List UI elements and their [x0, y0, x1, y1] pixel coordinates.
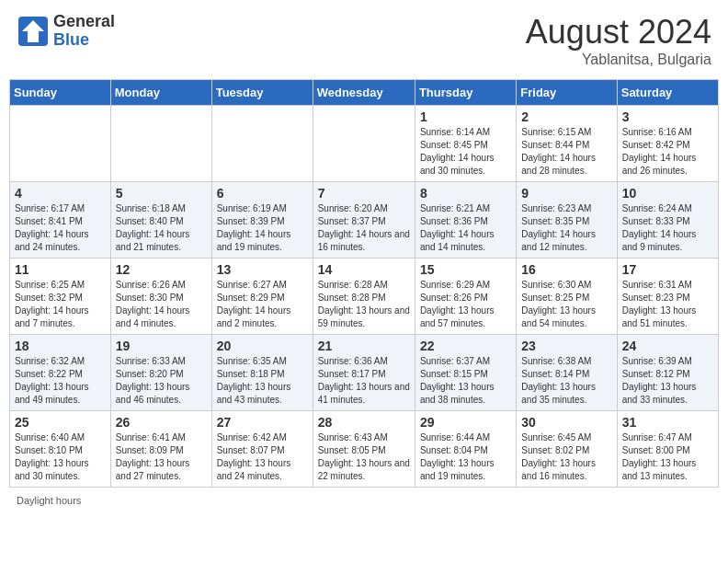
- table-cell: 2Sunrise: 6:15 AM Sunset: 8:44 PM Daylig…: [517, 106, 617, 182]
- day-info: Sunrise: 6:44 AM Sunset: 8:04 PM Dayligh…: [420, 431, 511, 483]
- table-cell: 4Sunrise: 6:17 AM Sunset: 8:41 PM Daylig…: [10, 182, 111, 259]
- table-cell: 10Sunrise: 6:24 AM Sunset: 8:33 PM Dayli…: [617, 182, 718, 259]
- day-info: Sunrise: 6:43 AM Sunset: 8:05 PM Dayligh…: [318, 431, 410, 483]
- table-cell: 1Sunrise: 6:14 AM Sunset: 8:45 PM Daylig…: [415, 106, 516, 182]
- day-info: Sunrise: 6:15 AM Sunset: 8:44 PM Dayligh…: [521, 126, 611, 178]
- day-info: Sunrise: 6:39 AM Sunset: 8:12 PM Dayligh…: [622, 355, 713, 407]
- day-info: Sunrise: 6:29 AM Sunset: 8:26 PM Dayligh…: [420, 279, 511, 330]
- table-cell: 15Sunrise: 6:29 AM Sunset: 8:26 PM Dayli…: [415, 259, 516, 335]
- table-cell: 25Sunrise: 6:40 AM Sunset: 8:10 PM Dayli…: [10, 411, 111, 488]
- table-cell: 23Sunrise: 6:38 AM Sunset: 8:14 PM Dayli…: [517, 335, 617, 411]
- table-cell: [10, 106, 111, 182]
- table-cell: 18Sunrise: 6:32 AM Sunset: 8:22 PM Dayli…: [10, 335, 111, 411]
- table-cell: 13Sunrise: 6:27 AM Sunset: 8:29 PM Dayli…: [211, 259, 313, 335]
- day-number: 14: [318, 262, 410, 277]
- daylight-label: Daylight hours: [17, 495, 81, 506]
- day-info: Sunrise: 6:18 AM Sunset: 8:40 PM Dayligh…: [116, 202, 207, 254]
- logo-icon: [17, 15, 50, 48]
- table-cell: 24Sunrise: 6:39 AM Sunset: 8:12 PM Dayli…: [617, 335, 718, 411]
- table-cell: 26Sunrise: 6:41 AM Sunset: 8:09 PM Dayli…: [110, 411, 211, 488]
- day-number: 20: [217, 339, 308, 353]
- day-info: Sunrise: 6:40 AM Sunset: 8:10 PM Dayligh…: [15, 431, 106, 483]
- table-cell: 22Sunrise: 6:37 AM Sunset: 8:15 PM Dayli…: [415, 335, 516, 411]
- day-info: Sunrise: 6:33 AM Sunset: 8:20 PM Dayligh…: [116, 355, 207, 407]
- calendar-week-4: 18Sunrise: 6:32 AM Sunset: 8:22 PM Dayli…: [10, 335, 719, 411]
- table-cell: 29Sunrise: 6:44 AM Sunset: 8:04 PM Dayli…: [415, 411, 516, 488]
- title-block: August 2024 Yablanitsa, Bulgaria: [526, 13, 711, 68]
- table-cell: 31Sunrise: 6:47 AM Sunset: 8:00 PM Dayli…: [617, 411, 718, 488]
- day-number: 11: [15, 262, 106, 277]
- day-number: 26: [116, 415, 207, 430]
- table-cell: 30Sunrise: 6:45 AM Sunset: 8:02 PM Dayli…: [517, 411, 617, 488]
- day-info: Sunrise: 6:32 AM Sunset: 8:22 PM Dayligh…: [15, 355, 106, 407]
- day-number: 12: [116, 262, 207, 277]
- col-tuesday: Tuesday: [211, 80, 313, 106]
- day-number: 18: [15, 339, 106, 353]
- location: Yablanitsa, Bulgaria: [526, 52, 711, 68]
- col-monday: Monday: [110, 80, 211, 106]
- day-number: 22: [420, 339, 511, 353]
- logo-general: General: [53, 13, 115, 31]
- day-info: Sunrise: 6:21 AM Sunset: 8:36 PM Dayligh…: [420, 202, 511, 254]
- day-info: Sunrise: 6:35 AM Sunset: 8:18 PM Dayligh…: [217, 355, 308, 407]
- day-number: 10: [622, 186, 713, 201]
- month-year: August 2024: [526, 13, 711, 52]
- page-header: General Blue August 2024 Yablanitsa, Bul…: [9, 9, 719, 72]
- day-number: 29: [420, 415, 511, 430]
- calendar-week-2: 4Sunrise: 6:17 AM Sunset: 8:41 PM Daylig…: [10, 182, 719, 259]
- day-info: Sunrise: 6:19 AM Sunset: 8:39 PM Dayligh…: [217, 202, 308, 254]
- day-info: Sunrise: 6:36 AM Sunset: 8:17 PM Dayligh…: [318, 355, 410, 407]
- col-friday: Friday: [517, 80, 617, 106]
- day-number: 21: [318, 339, 410, 353]
- table-cell: [211, 106, 313, 182]
- table-cell: 28Sunrise: 6:43 AM Sunset: 8:05 PM Dayli…: [313, 411, 415, 488]
- table-cell: [313, 106, 415, 182]
- day-info: Sunrise: 6:20 AM Sunset: 8:37 PM Dayligh…: [318, 202, 410, 254]
- day-info: Sunrise: 6:47 AM Sunset: 8:00 PM Dayligh…: [622, 431, 713, 483]
- col-sunday: Sunday: [10, 80, 111, 106]
- day-number: 28: [318, 415, 410, 430]
- day-number: 23: [521, 339, 611, 353]
- day-number: 8: [420, 186, 511, 201]
- day-number: 17: [622, 262, 713, 277]
- calendar-week-5: 25Sunrise: 6:40 AM Sunset: 8:10 PM Dayli…: [10, 411, 719, 488]
- table-cell: 20Sunrise: 6:35 AM Sunset: 8:18 PM Dayli…: [211, 335, 313, 411]
- table-cell: 19Sunrise: 6:33 AM Sunset: 8:20 PM Dayli…: [110, 335, 211, 411]
- table-cell: 7Sunrise: 6:20 AM Sunset: 8:37 PM Daylig…: [313, 182, 415, 259]
- day-info: Sunrise: 6:25 AM Sunset: 8:32 PM Dayligh…: [15, 279, 106, 330]
- logo-blue: Blue: [53, 31, 115, 50]
- table-cell: 8Sunrise: 6:21 AM Sunset: 8:36 PM Daylig…: [415, 182, 516, 259]
- table-cell: 5Sunrise: 6:18 AM Sunset: 8:40 PM Daylig…: [110, 182, 211, 259]
- calendar-header-row: Sunday Monday Tuesday Wednesday Thursday…: [10, 80, 719, 106]
- day-info: Sunrise: 6:26 AM Sunset: 8:30 PM Dayligh…: [116, 279, 207, 330]
- day-info: Sunrise: 6:16 AM Sunset: 8:42 PM Dayligh…: [622, 126, 713, 178]
- day-number: 31: [622, 415, 713, 430]
- table-cell: 3Sunrise: 6:16 AM Sunset: 8:42 PM Daylig…: [617, 106, 718, 182]
- calendar-week-1: 1Sunrise: 6:14 AM Sunset: 8:45 PM Daylig…: [10, 106, 719, 182]
- day-info: Sunrise: 6:30 AM Sunset: 8:25 PM Dayligh…: [521, 279, 611, 330]
- day-info: Sunrise: 6:24 AM Sunset: 8:33 PM Dayligh…: [622, 202, 713, 254]
- day-number: 27: [217, 415, 308, 430]
- day-info: Sunrise: 6:41 AM Sunset: 8:09 PM Dayligh…: [116, 431, 207, 483]
- table-cell: 16Sunrise: 6:30 AM Sunset: 8:25 PM Dayli…: [517, 259, 617, 335]
- footer: Daylight hours: [9, 495, 719, 506]
- day-info: Sunrise: 6:23 AM Sunset: 8:35 PM Dayligh…: [521, 202, 611, 254]
- day-number: 7: [318, 186, 410, 201]
- day-info: Sunrise: 6:38 AM Sunset: 8:14 PM Dayligh…: [521, 355, 611, 407]
- day-number: 16: [521, 262, 611, 277]
- day-info: Sunrise: 6:27 AM Sunset: 8:29 PM Dayligh…: [217, 279, 308, 330]
- day-number: 5: [116, 186, 207, 201]
- day-info: Sunrise: 6:14 AM Sunset: 8:45 PM Dayligh…: [420, 126, 511, 178]
- table-cell: 12Sunrise: 6:26 AM Sunset: 8:30 PM Dayli…: [110, 259, 211, 335]
- table-cell: 17Sunrise: 6:31 AM Sunset: 8:23 PM Dayli…: [617, 259, 718, 335]
- table-cell: 6Sunrise: 6:19 AM Sunset: 8:39 PM Daylig…: [211, 182, 313, 259]
- day-number: 25: [15, 415, 106, 430]
- day-info: Sunrise: 6:31 AM Sunset: 8:23 PM Dayligh…: [622, 279, 713, 330]
- day-number: 9: [521, 186, 611, 201]
- col-wednesday: Wednesday: [313, 80, 415, 106]
- day-number: 2: [521, 109, 611, 124]
- table-cell: 11Sunrise: 6:25 AM Sunset: 8:32 PM Dayli…: [10, 259, 111, 335]
- table-cell: 9Sunrise: 6:23 AM Sunset: 8:35 PM Daylig…: [517, 182, 617, 259]
- day-number: 6: [217, 186, 308, 201]
- day-info: Sunrise: 6:28 AM Sunset: 8:28 PM Dayligh…: [318, 279, 410, 330]
